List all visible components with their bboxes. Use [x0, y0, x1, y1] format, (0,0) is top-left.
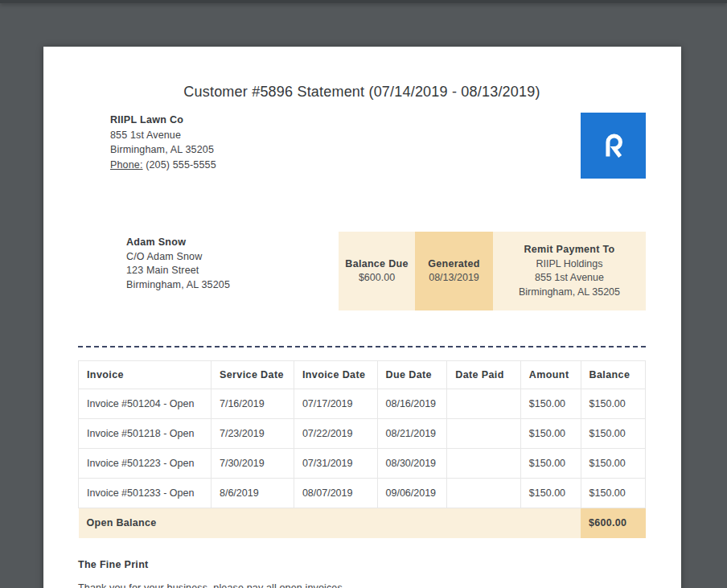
customer-info: Adam Snow C/O Adam Snow 123 Main Street … — [126, 236, 230, 292]
invoice-date-cell: 07/17/2019 — [294, 389, 377, 419]
viewer-top-bar — [0, 0, 727, 3]
remit-payment-cell: Remit Payment To RIIPL Holdings 855 1st … — [493, 232, 646, 310]
due-date-cell: 09/06/2019 — [377, 479, 447, 508]
fine-print-heading: The Fine Print — [78, 559, 646, 570]
balance-cell: $150.00 — [581, 479, 645, 508]
date-paid-cell — [447, 479, 521, 508]
balance-cell: $150.00 — [581, 419, 645, 449]
invoice-cell: Invoice #501218 - Open — [79, 419, 212, 449]
invoice-cell: Invoice #501204 - Open — [79, 389, 212, 419]
col-header-amount: Amount — [520, 361, 581, 389]
statement-title: Customer #5896 Statement (07/14/2019 - 0… — [78, 47, 646, 101]
phone-label: Phone: — [110, 159, 143, 171]
remit-label: Remit Payment To — [493, 243, 646, 257]
col-header-date-paid: Date Paid — [447, 361, 521, 389]
open-balance-label: Open Balance — [79, 508, 581, 538]
statement-page: Customer #5896 Statement (07/14/2019 - 0… — [43, 47, 681, 588]
service-date-cell: 7/16/2019 — [211, 389, 294, 419]
invoice-cell: Invoice #501233 - Open — [79, 479, 212, 508]
open-balance-value: $600.00 — [581, 508, 645, 538]
invoice-date-cell: 08/07/2019 — [294, 479, 377, 508]
amount-cell: $150.00 — [520, 449, 581, 479]
customer-name: Adam Snow — [126, 236, 230, 250]
table-row: Invoice #501204 - Open 7/16/2019 07/17/2… — [79, 389, 646, 419]
statement-header: RIIPL Lawn Co 855 1st Avenue Birmingham,… — [78, 113, 646, 179]
balance-cell: $150.00 — [581, 449, 645, 479]
date-paid-cell — [447, 449, 521, 479]
customer-address-line-2: Birmingham, AL 35205 — [126, 278, 230, 293]
date-paid-cell — [447, 389, 521, 419]
amount-cell: $150.00 — [520, 389, 581, 419]
invoice-date-cell: 07/31/2019 — [294, 449, 377, 479]
table-row: Invoice #501218 - Open 7/23/2019 07/22/2… — [79, 419, 646, 449]
col-header-invoice-date: Invoice Date — [294, 361, 377, 389]
fine-print-text: Thank you for your business, please pay … — [78, 582, 646, 588]
company-address-line-2: Birmingham, AL 35205 — [110, 142, 216, 158]
invoice-date-cell: 07/22/2019 — [294, 419, 377, 449]
date-paid-cell — [447, 419, 521, 449]
customer-address-line-1: 123 Main Street — [126, 264, 230, 278]
col-header-balance: Balance — [581, 361, 645, 389]
service-date-cell: 7/23/2019 — [211, 419, 294, 449]
dashed-separator — [78, 346, 646, 347]
balance-due-cell: Balance Due $600.00 — [339, 232, 415, 310]
company-address-line-1: 855 1st Avenue — [110, 128, 216, 143]
invoice-table: Invoice Service Date Invoice Date Due Da… — [78, 360, 646, 538]
generated-value: 08/13/2019 — [415, 271, 493, 286]
company-name: RIIPL Lawn Co — [110, 113, 216, 128]
company-info: RIIPL Lawn Co 855 1st Avenue Birmingham,… — [110, 113, 216, 172]
due-date-cell: 08/30/2019 — [377, 449, 447, 479]
due-date-cell: 08/16/2019 — [377, 389, 447, 419]
invoice-cell: Invoice #501223 - Open — [79, 449, 212, 479]
col-header-due-date: Due Date — [377, 361, 447, 389]
company-phone: Phone: (205) 555-5555 — [110, 158, 216, 173]
billing-section: Adam Snow C/O Adam Snow 123 Main Street … — [78, 232, 646, 310]
amount-cell: $150.00 — [520, 419, 581, 449]
open-balance-row: Open Balance $600.00 — [79, 508, 646, 538]
due-date-cell: 08/21/2019 — [377, 419, 447, 449]
col-header-service-date: Service Date — [211, 361, 294, 389]
table-header-row: Invoice Service Date Invoice Date Due Da… — [79, 361, 646, 389]
remit-name: RIIPL Holdings — [493, 257, 646, 272]
service-date-cell: 7/30/2019 — [211, 449, 294, 479]
service-date-cell: 8/6/2019 — [211, 479, 294, 508]
balance-due-value: $600.00 — [339, 271, 415, 286]
remit-address-line-2: Birmingham, AL 35205 — [493, 286, 646, 300]
balance-cell: $150.00 — [581, 389, 645, 419]
amount-cell: $150.00 — [520, 479, 581, 508]
customer-care-of: C/O Adam Snow — [126, 250, 230, 265]
logo-r-icon — [600, 130, 627, 162]
table-row: Invoice #501223 - Open 7/30/2019 07/31/2… — [79, 449, 646, 479]
phone-value: (205) 555-5555 — [146, 159, 216, 171]
col-header-invoice: Invoice — [79, 361, 212, 389]
balance-summary: Balance Due $600.00 Generated 08/13/2019… — [339, 232, 646, 310]
balance-due-label: Balance Due — [339, 257, 415, 272]
table-row: Invoice #501233 - Open 8/6/2019 08/07/20… — [79, 479, 646, 508]
company-logo — [581, 113, 646, 179]
generated-cell: Generated 08/13/2019 — [415, 232, 493, 310]
remit-address-line-1: 855 1st Avenue — [493, 271, 646, 286]
generated-label: Generated — [415, 257, 493, 272]
